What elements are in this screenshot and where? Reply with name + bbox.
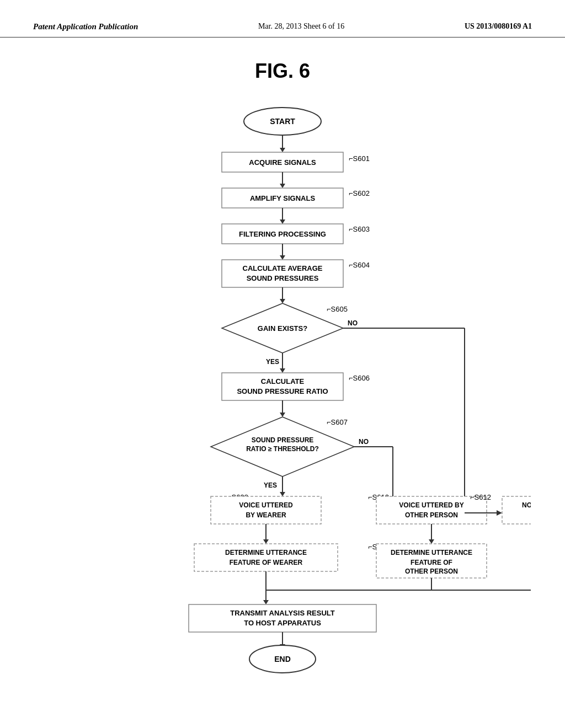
flowchart: text { font-family: Arial, sans-serif; }… bbox=[34, 99, 531, 725]
svg-text:DETERMINE UTTERANCE: DETERMINE UTTERANCE bbox=[225, 549, 307, 556]
svg-marker-30 bbox=[280, 368, 285, 373]
svg-text:FEATURE OF: FEATURE OF bbox=[411, 559, 452, 566]
flowchart-svg: text { font-family: Arial, sans-serif; }… bbox=[34, 99, 531, 722]
svg-marker-80 bbox=[263, 600, 269, 604]
svg-text:ACQUIRE SIGNALS: ACQUIRE SIGNALS bbox=[249, 158, 316, 167]
svg-text:VOICE UTTERED BY: VOICE UTTERED BY bbox=[399, 501, 463, 509]
svg-text:OTHER PERSON: OTHER PERSON bbox=[405, 511, 458, 519]
svg-text:YES: YES bbox=[266, 358, 279, 366]
svg-text:TRANSMIT ANALYSIS RESULT: TRANSMIT ANALYSIS RESULT bbox=[230, 609, 335, 617]
svg-text:NO: NO bbox=[348, 319, 358, 327]
svg-rect-53 bbox=[211, 496, 321, 524]
patent-number: US 2013/0080169 A1 bbox=[465, 22, 532, 31]
svg-text:NO UTTERED: NO UTTERED bbox=[522, 501, 531, 509]
svg-text:FEATURE OF WEARER: FEATURE OF WEARER bbox=[230, 559, 303, 566]
svg-marker-3 bbox=[280, 148, 285, 152]
svg-text:SOUND PRESSURE RATIO: SOUND PRESSURE RATIO bbox=[237, 387, 328, 395]
svg-text:⌐S607: ⌐S607 bbox=[327, 418, 348, 426]
svg-text:⌐S603: ⌐S603 bbox=[349, 225, 370, 233]
svg-text:RATIO ≥ THRESHOLD?: RATIO ≥ THRESHOLD? bbox=[246, 445, 319, 453]
svg-text:NO: NO bbox=[359, 438, 369, 446]
svg-text:⌐S605: ⌐S605 bbox=[327, 305, 348, 313]
svg-marker-18 bbox=[280, 255, 285, 260]
svg-marker-24 bbox=[280, 299, 285, 303]
svg-text:OTHER PERSON: OTHER PERSON bbox=[405, 568, 458, 575]
svg-text:SOUND PRESSURE: SOUND PRESSURE bbox=[252, 436, 314, 444]
publication-label: Patent Application Publication bbox=[33, 22, 138, 31]
page-header: Patent Application Publication Mar. 28, … bbox=[0, 0, 565, 38]
svg-text:⌐S604: ⌐S604 bbox=[349, 261, 370, 269]
svg-marker-69 bbox=[263, 539, 269, 544]
svg-text:⌐S602: ⌐S602 bbox=[349, 189, 370, 197]
figure-title: FIG. 6 bbox=[0, 60, 565, 83]
svg-marker-39 bbox=[280, 413, 285, 417]
svg-text:DETERMINE UTTERANCE: DETERMINE UTTERANCE bbox=[391, 549, 472, 556]
svg-text:YES: YES bbox=[264, 481, 277, 489]
svg-text:CALCULATE AVERAGE: CALCULATE AVERAGE bbox=[243, 264, 323, 272]
svg-text:BY WEARER: BY WEARER bbox=[246, 511, 286, 519]
svg-marker-64 bbox=[497, 510, 502, 516]
svg-rect-71 bbox=[194, 544, 338, 571]
svg-text:⌐S606: ⌐S606 bbox=[349, 374, 370, 382]
sheet-info: Mar. 28, 2013 Sheet 6 of 16 bbox=[258, 22, 344, 31]
svg-text:TO HOST APPARATUS: TO HOST APPARATUS bbox=[244, 619, 321, 627]
svg-text:START: START bbox=[270, 117, 295, 126]
svg-marker-13 bbox=[280, 220, 285, 224]
svg-marker-61 bbox=[429, 539, 434, 544]
svg-marker-46 bbox=[280, 492, 285, 496]
svg-text:FILTERING PROCESSING: FILTERING PROCESSING bbox=[239, 230, 326, 238]
svg-text:END: END bbox=[274, 655, 291, 663]
svg-text:⌐S612: ⌐S612 bbox=[470, 493, 491, 501]
svg-text:VOICE UTTERED: VOICE UTTERED bbox=[239, 501, 293, 509]
svg-text:⌐S601: ⌐S601 bbox=[349, 154, 370, 163]
svg-rect-65 bbox=[502, 496, 531, 524]
svg-text:AMPLIFY SIGNALS: AMPLIFY SIGNALS bbox=[250, 194, 316, 202]
svg-marker-8 bbox=[280, 184, 285, 188]
svg-text:SOUND PRESSURES: SOUND PRESSURES bbox=[247, 274, 319, 282]
svg-text:CALCULATE: CALCULATE bbox=[261, 377, 305, 386]
svg-text:GAIN EXISTS?: GAIN EXISTS? bbox=[258, 324, 307, 333]
